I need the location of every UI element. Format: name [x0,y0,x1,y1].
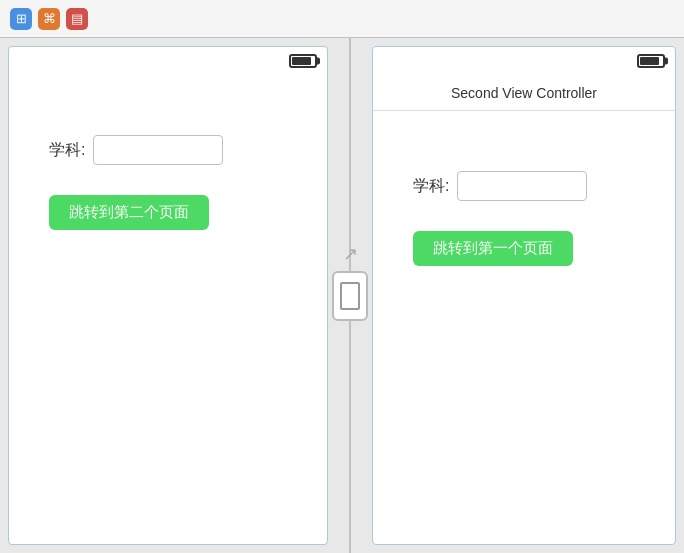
status-bar-left [9,47,327,75]
first-panel-content: 学科: 跳转到第二个页面 [9,75,327,250]
main-area: 学科: 跳转到第二个页面 ↗ Second View Controller 学科… [0,38,684,553]
status-bar-right [373,47,675,75]
first-form-row: 学科: [49,135,223,165]
second-view-title-bar: Second View Controller [373,75,675,111]
connector-arrow: ↗ [343,243,358,265]
device-icon[interactable]: ⌘ [38,8,60,30]
battery-icon-left [289,54,317,68]
navigate-to-first-button[interactable]: 跳转到第一个页面 [413,231,573,266]
first-view-controller: 学科: 跳转到第二个页面 [8,46,328,545]
segue-inner-box [340,282,360,310]
second-input[interactable] [457,171,587,201]
segue-box [332,271,368,321]
view-icon[interactable]: ⊞ [10,8,32,30]
panel-icon[interactable]: ▤ [66,8,88,30]
second-label: 学科: [413,176,449,197]
battery-icon-right [637,54,665,68]
segue-connector: ↗ [328,38,372,553]
second-panel-content: 学科: 跳转到第一个页面 [373,111,675,286]
second-form-row: 学科: [413,171,587,201]
toolbar: ⊞ ⌘ ▤ [0,0,684,38]
second-view-title: Second View Controller [451,85,597,101]
first-label: 学科: [49,140,85,161]
first-input[interactable] [93,135,223,165]
navigate-to-second-button[interactable]: 跳转到第二个页面 [49,195,209,230]
second-view-controller: Second View Controller 学科: 跳转到第一个页面 [372,46,676,545]
